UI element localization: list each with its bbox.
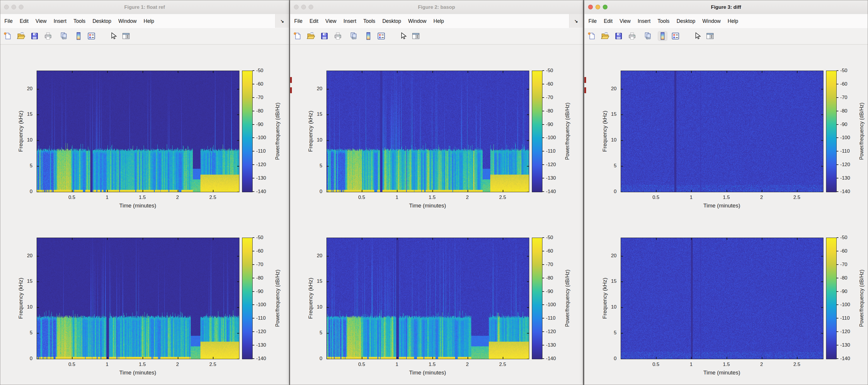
menu-insert[interactable]: Insert — [634, 14, 654, 28]
colorbar-tick-label: -60 — [256, 81, 264, 87]
spectrogram-plot-bottom[interactable] — [37, 237, 240, 359]
colorbar-tick — [837, 331, 838, 332]
colorbar-tick — [837, 84, 838, 85]
menu-bar: FileEditViewInsertToolsDesktopWindowHelp… — [0, 14, 289, 28]
menu-tools[interactable]: Tools — [70, 14, 89, 28]
y-tick-label: 0 — [19, 356, 33, 361]
menu-tools[interactable]: Tools — [360, 14, 379, 28]
save-figure-button[interactable] — [614, 31, 624, 41]
y-tick-label: 5 — [603, 330, 617, 336]
menu-window[interactable]: Window — [699, 14, 724, 28]
link-plot-button[interactable] — [59, 31, 69, 41]
menu-view[interactable]: View — [616, 14, 634, 28]
new-figure-button[interactable] — [587, 31, 597, 41]
menu-view[interactable]: View — [32, 14, 50, 28]
insert-colorbar-button[interactable] — [658, 31, 668, 41]
property-inspector-button[interactable] — [411, 31, 421, 41]
property-inspector-button[interactable] — [705, 31, 715, 41]
colorbar[interactable] — [242, 237, 253, 359]
insert-legend-button[interactable] — [671, 31, 680, 41]
menu-tools[interactable]: Tools — [654, 14, 673, 28]
colorbar-tick-label: -120 — [840, 162, 850, 168]
insert-colorbar-button[interactable] — [73, 31, 84, 41]
menu-desktop[interactable]: Desktop — [673, 14, 699, 28]
colorbar-tick — [253, 304, 254, 305]
spectrogram-plot-top[interactable] — [621, 71, 824, 192]
property-inspector-button[interactable] — [121, 31, 131, 41]
print-figure-button[interactable] — [333, 31, 343, 41]
menu-file[interactable]: File — [291, 14, 306, 28]
colorbar-tick — [542, 151, 544, 152]
colorbar-tick — [542, 97, 544, 98]
open-file-button[interactable] — [16, 31, 26, 41]
dock-figure-arrow-icon[interactable]: ↘ — [569, 14, 583, 28]
print-figure-button[interactable] — [43, 31, 53, 41]
colorbar[interactable] — [532, 71, 542, 192]
title-bar[interactable]: Figure 2: basop — [290, 0, 583, 14]
save-figure-button[interactable] — [30, 31, 39, 41]
insert-legend-button[interactable] — [376, 31, 386, 41]
menu-help[interactable]: Help — [140, 14, 158, 28]
insert-legend-button[interactable] — [87, 31, 96, 41]
title-bar[interactable]: Figure 1: float ref — [0, 0, 289, 14]
menu-desktop[interactable]: Desktop — [379, 14, 405, 28]
menu-insert[interactable]: Insert — [50, 14, 70, 28]
edit-plot-button[interactable] — [398, 31, 408, 41]
colorbar[interactable] — [826, 71, 837, 192]
x-tick-label: 0.5 — [358, 361, 365, 367]
colorbar-tick — [837, 251, 838, 251]
menu-file[interactable]: File — [585, 14, 600, 28]
open-file-button[interactable] — [306, 31, 316, 41]
link-plot-button[interactable] — [643, 31, 653, 41]
colorbar[interactable] — [242, 71, 253, 192]
menu-edit[interactable]: Edit — [600, 14, 616, 28]
y-axis-label: Frequency (kHz) — [601, 110, 608, 152]
colorbar[interactable] — [532, 237, 542, 359]
menu-help[interactable]: Help — [724, 14, 742, 28]
menu-view[interactable]: View — [322, 14, 340, 28]
colorbar-tick — [837, 237, 838, 238]
x-axis-label: Time (minutes) — [119, 370, 156, 376]
menu-window[interactable]: Window — [405, 14, 430, 28]
edit-plot-button[interactable] — [108, 31, 118, 41]
colorbar-tick — [837, 97, 838, 98]
plot-area: 051015200.511.522.5Frequency (kHz)Time (… — [584, 44, 868, 385]
edit-plot-button[interactable] — [692, 31, 702, 41]
colorbar-tick-label: -130 — [546, 175, 556, 181]
save-figure-button[interactable] — [319, 31, 330, 41]
colorbar-tick-label: -120 — [546, 162, 556, 168]
menu-bar: FileEditViewInsertToolsDesktopWindowHelp… — [290, 14, 583, 28]
y-tick-label: 5 — [19, 330, 33, 336]
spectrogram-plot-top[interactable] — [327, 71, 529, 192]
title-bar[interactable]: Figure 3: diff — [584, 0, 868, 14]
open-file-button[interactable] — [600, 31, 610, 41]
menu-window[interactable]: Window — [115, 14, 140, 28]
menu-desktop[interactable]: Desktop — [89, 14, 115, 28]
menu-file[interactable]: File — [1, 14, 16, 28]
spectrogram-plot-bottom[interactable] — [327, 237, 529, 359]
menu-help[interactable]: Help — [430, 14, 447, 28]
insert-legend-icon — [671, 32, 680, 40]
y-tick-label: 0 — [19, 189, 33, 195]
x-tick-label: 1.5 — [723, 361, 730, 367]
link-plot-button[interactable] — [349, 31, 359, 41]
colorbar-tick-label: -100 — [256, 302, 266, 308]
dock-figure-arrow-icon[interactable]: ↘ — [275, 14, 289, 28]
print-figure-button[interactable] — [627, 31, 637, 41]
figure-toolbar — [584, 28, 868, 44]
colorbar-tick-label: -120 — [256, 162, 266, 168]
spectrogram-plot-bottom[interactable] — [621, 237, 824, 359]
x-tick-label: 2 — [466, 195, 469, 200]
menu-edit[interactable]: Edit — [306, 14, 322, 28]
new-figure-button[interactable] — [292, 31, 303, 41]
spectrogram-plot-top[interactable] — [37, 71, 240, 192]
menu-insert[interactable]: Insert — [340, 14, 360, 28]
x-tick-label: 0.5 — [358, 195, 365, 200]
menu-edit[interactable]: Edit — [16, 14, 32, 28]
colorbar-tick — [542, 111, 544, 111]
insert-colorbar-button[interactable] — [363, 31, 373, 41]
colorbar-tick-label: -90 — [840, 289, 847, 294]
new-figure-button[interactable] — [3, 31, 12, 41]
colorbar[interactable] — [826, 237, 837, 359]
x-tick-label: 2.5 — [793, 361, 800, 367]
